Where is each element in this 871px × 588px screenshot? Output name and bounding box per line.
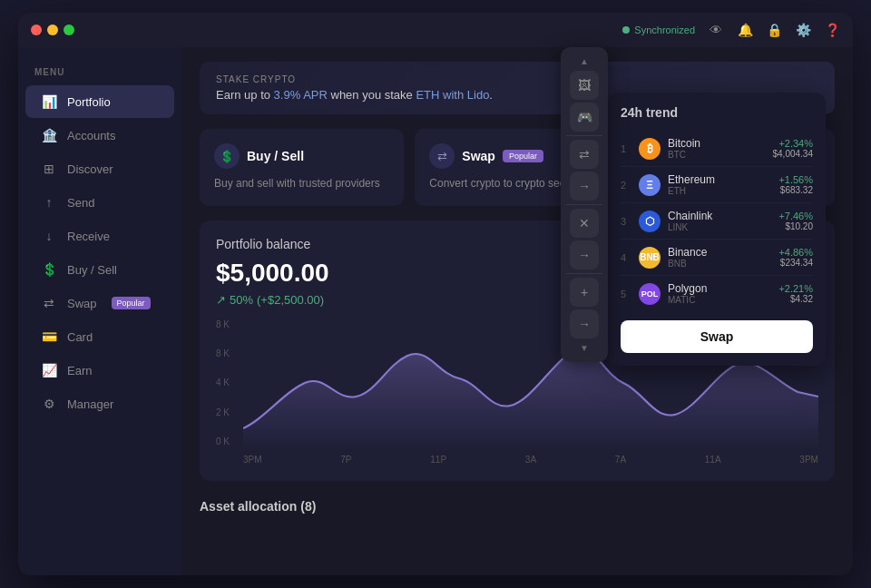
bnb-icon: BNB bbox=[639, 247, 661, 269]
popup-divider-1 bbox=[566, 135, 602, 136]
action-card-buysell-header: 💲 Buy / Sell bbox=[214, 143, 389, 169]
trend-item-matic[interactable]: 5 POL Polygon MATIC +2.21% $4.32 bbox=[621, 276, 813, 311]
matic-name: Polygon bbox=[668, 282, 771, 295]
trend-rank-3: 3 bbox=[621, 216, 631, 227]
popular-badge: Popular bbox=[112, 297, 151, 309]
popup-item-2[interactable]: 🎮 bbox=[570, 103, 599, 132]
sidebar-item-portfolio[interactable]: 📊 Portfolio bbox=[25, 85, 174, 118]
sidebar-item-send[interactable]: ↑ Send bbox=[25, 186, 174, 219]
sidebar-label-accounts: Accounts bbox=[67, 129, 115, 142]
trend-coin-info-btc: Bitcoin BTC bbox=[668, 137, 766, 160]
close-button[interactable] bbox=[31, 24, 42, 35]
btc-icon: ₿ bbox=[639, 138, 661, 160]
traffic-lights bbox=[31, 24, 74, 35]
popup-item-7[interactable]: + bbox=[570, 278, 599, 307]
portfolio-icon: 📊 bbox=[42, 94, 56, 109]
eth-symbol: ETH bbox=[668, 186, 771, 196]
sidebar-item-manager[interactable]: ⚙ Manager bbox=[25, 387, 174, 420]
trend-coin-info-eth: Ethereum ETH bbox=[668, 173, 771, 196]
sidebar-item-card[interactable]: 💳 Card bbox=[25, 320, 174, 353]
title-bar: Synchronized 👁 🔔 🔒 ⚙️ ❓ bbox=[18, 13, 853, 47]
accounts-icon: 🏦 bbox=[42, 128, 56, 142]
popup-item-1[interactable]: 🖼 bbox=[570, 71, 599, 100]
discover-icon: ⊞ bbox=[42, 162, 56, 176]
popup-arrow-down: ▼ bbox=[561, 341, 608, 355]
stake-label: STAKE CRYPTO bbox=[216, 74, 818, 84]
earn-icon: 📈 bbox=[42, 363, 56, 377]
minimize-button[interactable] bbox=[47, 24, 58, 35]
sidebar-item-earn[interactable]: 📈 Earn bbox=[25, 354, 174, 387]
eth-change: +1.56% bbox=[778, 174, 813, 185]
sidebar-label-manager: Manager bbox=[67, 397, 113, 411]
sidebar-item-buysell[interactable]: 💲 Buy / Sell bbox=[25, 253, 174, 286]
trend-panel: 24h trend 1 ₿ Bitcoin BTC +2.34% $4,004.… bbox=[608, 93, 826, 366]
trend-rank-1: 1 bbox=[621, 143, 631, 154]
sidebar: MENU 📊 Portfolio 🏦 Accounts ⊞ Discover ↑… bbox=[18, 13, 181, 575]
bnb-price: $234.34 bbox=[778, 258, 813, 268]
portfolio-title: Portfolio balance bbox=[216, 237, 329, 251]
popup-item-8[interactable]: → bbox=[570, 309, 599, 338]
link-symbol: LINK bbox=[668, 222, 771, 232]
popup-item-3[interactable]: ⇄ bbox=[570, 140, 599, 169]
manager-icon: ⚙ bbox=[42, 397, 56, 411]
eth-name: Ethereum bbox=[668, 173, 771, 186]
swap-icon: ⇄ bbox=[42, 296, 56, 310]
btc-price: $4,004.34 bbox=[773, 149, 814, 159]
chart-y-labels: 8 K 8 K 4 K 2 K 0 K bbox=[216, 319, 241, 446]
matic-stats: +2.21% $4.32 bbox=[778, 283, 813, 304]
btc-name: Bitcoin bbox=[668, 137, 766, 150]
sidebar-item-accounts[interactable]: 🏦 Accounts bbox=[25, 119, 174, 152]
asset-allocation-title: Asset allocation (8) bbox=[200, 495, 835, 517]
swap-card-icon: ⇄ bbox=[429, 143, 455, 169]
portfolio-change-pct: 50% bbox=[230, 293, 253, 307]
asset-allocation-section: Asset allocation (8) bbox=[200, 495, 835, 517]
trend-coin-info-bnb: Binance BNB bbox=[668, 246, 771, 269]
sidebar-item-receive[interactable]: ↓ Receive bbox=[25, 220, 174, 252]
trend-header: 24h trend bbox=[621, 105, 813, 120]
trend-rank-5: 5 bbox=[621, 289, 631, 299]
sidebar-item-swap[interactable]: ⇄ Swap Popular bbox=[25, 287, 174, 319]
sidebar-label-portfolio: Portfolio bbox=[67, 95, 111, 109]
sidebar-item-discover[interactable]: ⊞ Discover bbox=[25, 152, 174, 185]
sidebar-label-receive: Receive bbox=[67, 230, 110, 243]
sync-status: Synchronized bbox=[622, 24, 695, 35]
link-name: Chainlink bbox=[668, 210, 771, 222]
popup-divider-2 bbox=[566, 204, 602, 205]
help-icon[interactable]: ❓ bbox=[824, 22, 840, 38]
action-card-buysell[interactable]: 💲 Buy / Sell Buy and sell with trusted p… bbox=[200, 129, 404, 206]
matic-icon: POL bbox=[639, 283, 661, 305]
title-bar-right: Synchronized 👁 🔔 🔒 ⚙️ ❓ bbox=[622, 22, 840, 38]
sync-dot bbox=[622, 26, 630, 34]
sync-label: Synchronized bbox=[634, 24, 695, 35]
popup-item-6[interactable]: → bbox=[570, 240, 599, 270]
arrow-up-icon: ↗ bbox=[216, 293, 226, 307]
sidebar-label-discover: Discover bbox=[67, 162, 113, 176]
portfolio-balance: $5,000.00 bbox=[216, 259, 329, 288]
trend-coin-info-link: Chainlink LINK bbox=[668, 210, 771, 232]
settings-icon[interactable]: ⚙️ bbox=[795, 22, 811, 38]
swap-action-button[interactable]: Swap bbox=[621, 320, 813, 353]
btc-change: +2.34% bbox=[773, 138, 814, 149]
trend-coin-info-matic: Polygon MATIC bbox=[668, 282, 771, 305]
popup-item-5[interactable]: ✕ bbox=[570, 209, 599, 238]
link-price: $10.20 bbox=[778, 221, 813, 231]
eye-icon[interactable]: 👁 bbox=[708, 22, 724, 38]
popup-item-4[interactable]: → bbox=[570, 172, 599, 201]
trend-item-eth[interactable]: 2 Ξ Ethereum ETH +1.56% $683.32 bbox=[621, 167, 813, 203]
eth-stats: +1.56% $683.32 bbox=[778, 174, 813, 195]
btc-symbol: BTC bbox=[668, 150, 766, 160]
trend-item-btc[interactable]: 1 ₿ Bitcoin BTC +2.34% $4,004.34 bbox=[621, 131, 813, 167]
lock-icon[interactable]: 🔒 bbox=[766, 22, 782, 38]
trend-item-bnb[interactable]: 4 BNB Binance BNB +4.86% $234.34 bbox=[621, 240, 813, 276]
matic-change: +2.21% bbox=[778, 283, 813, 294]
sidebar-label-send: Send bbox=[67, 196, 94, 210]
swap-popular-badge: Popular bbox=[503, 150, 543, 162]
app-container: Synchronized 👁 🔔 🔒 ⚙️ ❓ MENU 📊 Portfolio… bbox=[18, 13, 853, 575]
bnb-name: Binance bbox=[668, 246, 771, 259]
link-icon: ⬡ bbox=[639, 211, 661, 232]
maximize-button[interactable] bbox=[64, 24, 74, 35]
bell-icon[interactable]: 🔔 bbox=[737, 22, 753, 38]
trend-item-link[interactable]: 3 ⬡ Chainlink LINK +7.46% $10.20 bbox=[621, 203, 813, 240]
portfolio-change-abs: (+$2,500.00) bbox=[257, 293, 324, 307]
link-stats: +7.46% $10.20 bbox=[778, 211, 813, 231]
